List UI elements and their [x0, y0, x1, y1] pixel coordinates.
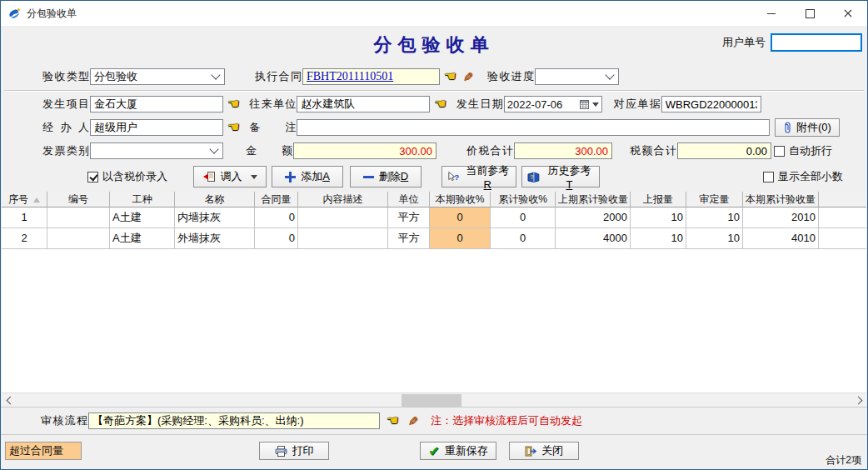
cell[interactable] [47, 208, 110, 228]
divider [4, 90, 864, 92]
progress-select[interactable] [535, 68, 619, 85]
scroll-thumb[interactable] [402, 394, 461, 407]
minimize-button[interactable] [752, 1, 791, 26]
column-header[interactable]: 编号 [47, 192, 110, 208]
show-decimals-group: 显示全部小数 [763, 169, 843, 184]
invoice-type-select[interactable] [90, 142, 223, 159]
column-header[interactable]: 上期累计验收量 [556, 192, 631, 208]
column-header[interactable]: 累计验收% [491, 192, 556, 208]
minus-icon [363, 176, 374, 178]
show-decimals-checkbox[interactable] [763, 172, 774, 182]
add-row-button[interactable]: 添加A [272, 166, 343, 188]
column-header[interactable]: 名称 [175, 192, 255, 208]
handler-input[interactable] [90, 119, 223, 136]
cell[interactable]: 10 [686, 228, 743, 249]
edit-pencil-icon[interactable]: ✎ [463, 71, 474, 83]
window-title: 分包验收单 [27, 7, 77, 21]
cell[interactable]: 外墙抹灰 [175, 228, 255, 249]
workflow-input[interactable] [88, 412, 380, 429]
cell[interactable]: 2010 [743, 208, 819, 228]
delete-row-button[interactable]: 删除D [350, 166, 422, 188]
tax-entry-checkbox[interactable] [87, 172, 98, 182]
cell[interactable] [298, 228, 388, 249]
accept-type-label: 验收类型 [42, 69, 89, 84]
toolbar-row: 以含税价录入 调入 添加A 删除D ? [2, 165, 866, 188]
attachment-button[interactable]: 附件(0) [775, 118, 840, 137]
header-band: 分包验收单 用户单号 [1, 26, 867, 62]
amount-input[interactable] [293, 142, 436, 159]
lookup-hand-icon[interactable]: ☚ [387, 414, 398, 428]
ref-doc-input[interactable] [661, 96, 761, 112]
svg-text:?: ? [454, 172, 459, 182]
cell[interactable]: 10 [631, 228, 686, 249]
column-header[interactable]: 内容描述 [298, 192, 388, 208]
cell[interactable]: 内墙抹灰 [175, 208, 255, 228]
cell[interactable]: 0 [430, 208, 491, 228]
cell[interactable]: 0 [255, 228, 298, 249]
cell[interactable] [47, 228, 110, 249]
horizontal-scrollbar[interactable] [2, 392, 866, 408]
scroll-right-button[interactable] [852, 393, 866, 408]
column-header[interactable]: 单位 [388, 192, 430, 208]
cell[interactable]: 0 [255, 208, 298, 228]
close-form-button[interactable]: 关闭 [509, 442, 579, 460]
load-in-button[interactable]: 调入 [193, 166, 267, 188]
cell[interactable]: 2 [2, 228, 47, 249]
cell[interactable]: 1 [2, 208, 47, 228]
cell[interactable]: 10 [631, 208, 686, 228]
lookup-hand-icon[interactable]: ☚ [434, 98, 446, 111]
column-header[interactable]: 审定量 [686, 192, 743, 208]
scroll-left-button[interactable] [2, 393, 16, 408]
chevron-left-icon [6, 397, 14, 405]
date-picker[interactable]: 2022-07-06 [504, 96, 602, 112]
chevron-right-icon [854, 397, 862, 405]
form-row-3: 经办人 ☚ 备注 附件(0) [2, 118, 866, 137]
cell[interactable]: A土建 [110, 208, 175, 228]
history-reference-button[interactable]: ? 历史参考T [521, 166, 600, 188]
lookup-hand-icon[interactable]: ☚ [227, 121, 239, 134]
lookup-hand-icon[interactable]: ☚ [227, 98, 239, 111]
cell[interactable]: 4010 [743, 228, 819, 249]
tax-incl-total-input[interactable] [514, 142, 612, 159]
minimize-icon [767, 13, 776, 14]
auto-wrap-checkbox[interactable] [774, 146, 785, 157]
column-header[interactable]: 合同量 [255, 192, 298, 208]
close-button[interactable] [829, 1, 867, 26]
tax-total-input[interactable] [677, 142, 771, 159]
add-row-key: A [322, 170, 330, 182]
invoice-type-label: 发票类别 [42, 143, 89, 158]
history-reference-label: 历史参考 [547, 164, 591, 177]
column-header[interactable]: 上报量 [631, 192, 686, 208]
cell[interactable]: A土建 [110, 228, 175, 249]
remark-input[interactable] [297, 119, 770, 136]
accept-type-select[interactable]: 分包验收 [90, 68, 225, 85]
cell[interactable]: 4000 [556, 228, 631, 249]
resave-button[interactable]: ✔ 重新保存 [420, 442, 496, 460]
current-reference-button[interactable]: ? 当前参考R [441, 166, 516, 188]
user-no-input[interactable] [771, 33, 862, 52]
contract-label: 执行合同 [255, 69, 302, 84]
cell[interactable]: 0 [491, 228, 556, 249]
contract-input[interactable] [302, 68, 440, 85]
column-header[interactable]: 序号 [2, 192, 47, 208]
total-count: 合计2项 [826, 453, 861, 468]
column-header[interactable]: 工种 [110, 192, 175, 208]
cell[interactable]: 10 [686, 208, 743, 228]
unit-input[interactable] [297, 96, 430, 112]
load-in-label: 调入 [221, 169, 242, 184]
cell[interactable]: 2000 [556, 208, 631, 228]
book-icon: ? [527, 172, 540, 182]
cell[interactable] [298, 208, 388, 228]
project-input[interactable] [90, 96, 223, 112]
column-header[interactable]: 本期验收% [430, 192, 491, 208]
cell[interactable]: 0 [491, 208, 556, 228]
cell[interactable]: 平方 [388, 208, 430, 228]
maximize-button[interactable] [791, 1, 829, 26]
cell[interactable]: 平方 [388, 228, 430, 249]
table-row: 2A土建外墙抹灰0平方00400010104010 [2, 228, 866, 249]
column-header[interactable]: 本期累计验收量 [743, 192, 819, 208]
print-button[interactable]: 打印 [259, 442, 329, 460]
cell[interactable]: 0 [430, 228, 491, 249]
lookup-hand-icon[interactable]: ☚ [444, 70, 456, 83]
edit-pencil-icon[interactable]: ✎ [408, 415, 419, 428]
